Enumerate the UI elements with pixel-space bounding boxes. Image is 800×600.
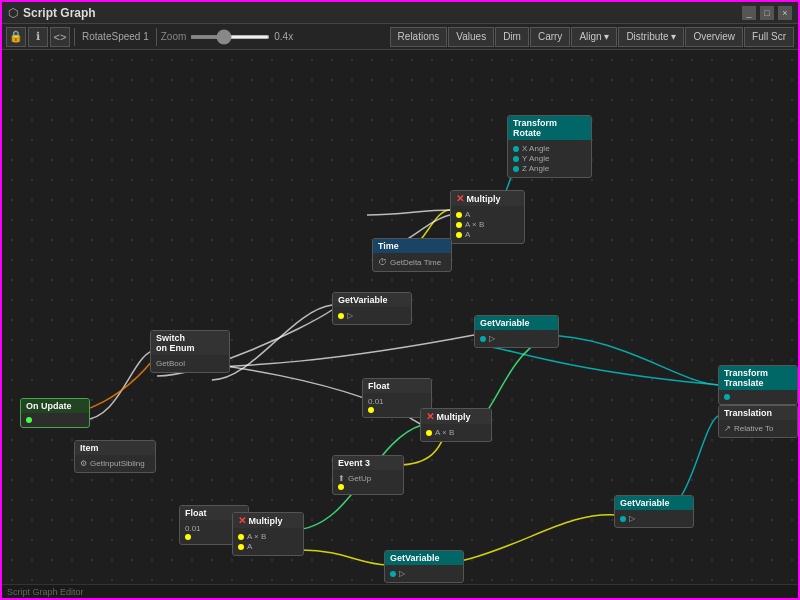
node-on-update[interactable]: On Update: [20, 398, 90, 428]
zoom-value: 0.4x: [274, 31, 293, 42]
close-button[interactable]: ×: [778, 6, 792, 20]
lock-button[interactable]: 🔒: [6, 27, 26, 47]
node-header-getup: Event 3: [333, 456, 403, 470]
status-bar: Script Graph Editor: [2, 584, 798, 598]
maximize-button[interactable]: □: [760, 6, 774, 20]
node-body-onupdate: [21, 413, 89, 427]
node-body-getup: ⬆GetUp: [333, 470, 403, 494]
node-time-delta[interactable]: Time ⏱GetDelta Time: [372, 238, 452, 272]
node-name-label: RotateSpeed 1: [82, 31, 149, 42]
zoom-slider[interactable]: [190, 35, 270, 39]
node-header-multiply1: ✕ Multiply: [451, 191, 524, 206]
node-body-gv1: ▷: [333, 307, 411, 324]
node-header-gv3: GetVariable: [615, 496, 693, 510]
separator-1: [74, 28, 75, 46]
minimize-button[interactable]: _: [742, 6, 756, 20]
node-body-switch: GetBool: [151, 355, 229, 372]
values-button[interactable]: Values: [448, 27, 494, 47]
node-multiply1[interactable]: ✕ Multiply A A × B A: [450, 190, 525, 244]
overview-button[interactable]: Overview: [685, 27, 743, 47]
node-multiply2[interactable]: ✕ Multiply A × B: [420, 408, 492, 442]
zoom-label: Zoom: [161, 31, 187, 42]
node-transform-rotate[interactable]: TransformRotate X Angle Y Angle Z Angle: [507, 115, 592, 178]
node-translation-relative[interactable]: Translation ↗Relative To: [718, 405, 798, 438]
node-body-sibling: ⚙GetInputSibling: [75, 455, 155, 472]
relations-button[interactable]: Relations: [390, 27, 448, 47]
node-body-time: ⏱GetDelta Time: [373, 253, 451, 271]
node-header-sibling: Item: [75, 441, 155, 455]
node-header-onupdate: On Update: [21, 399, 89, 413]
node-header-transform-rotate: TransformRotate: [508, 116, 591, 140]
node-body-relative: ↗Relative To: [719, 420, 797, 437]
node-multiply3[interactable]: ✕ Multiply A × B A: [232, 512, 304, 556]
align-button[interactable]: Align ▾: [571, 27, 617, 47]
dim-button[interactable]: Dim: [495, 27, 529, 47]
title-text: Script Graph: [23, 6, 96, 20]
info-button[interactable]: ℹ: [28, 27, 48, 47]
node-body-multiply1: A A × B A: [451, 206, 524, 243]
title-bar: ⬡ Script Graph _ □ ×: [2, 2, 798, 24]
separator-2: [156, 28, 157, 46]
node-getvariable2[interactable]: GetVariable ▷: [474, 315, 559, 348]
node-getvariable1[interactable]: GetVariable ▷: [332, 292, 412, 325]
node-getvariable3[interactable]: GetVariable ▷: [614, 495, 694, 528]
node-header-gv2: GetVariable: [475, 316, 558, 330]
node-header-multiply2: ✕ Multiply: [421, 409, 491, 424]
node-header-translate: TransformTranslate: [719, 366, 797, 390]
node-header-time: Time: [373, 239, 451, 253]
node-getinputsibling[interactable]: Item ⚙GetInputSibling: [74, 440, 156, 473]
canvas-area[interactable]: TransformRotate X Angle Y Angle Z Angle …: [2, 50, 798, 584]
node-getvariable4[interactable]: GetVariable ▷: [384, 550, 464, 583]
toolbar: 🔒 ℹ <> RotateSpeed 1 Zoom 0.4x Relations…: [2, 24, 798, 50]
node-header-float1: Float: [363, 379, 431, 393]
app-window: ⬡ Script Graph _ □ × 🔒 ℹ <> RotateSpeed …: [0, 0, 800, 600]
status-text: Script Graph Editor: [7, 587, 84, 597]
nav-buttons: Relations Values Dim Carry Align ▾ Distr…: [390, 27, 794, 47]
fullscreen-button[interactable]: Full Scr: [744, 27, 794, 47]
node-body-gv4: ▷: [385, 565, 463, 582]
node-body-gv2: ▷: [475, 330, 558, 347]
node-header-multiply3: ✕ Multiply: [233, 513, 303, 528]
distribute-button[interactable]: Distribute ▾: [618, 27, 684, 47]
carry-button[interactable]: Carry: [530, 27, 570, 47]
node-header-gv4: GetVariable: [385, 551, 463, 565]
node-header-relative: Translation: [719, 406, 797, 420]
code-button[interactable]: <>: [50, 27, 70, 47]
node-body-gv3: ▷: [615, 510, 693, 527]
node-event3-getup[interactable]: Event 3 ⬆GetUp: [332, 455, 404, 495]
zoom-container: Zoom 0.4x: [161, 31, 293, 42]
node-transform-translate[interactable]: TransformTranslate: [718, 365, 798, 405]
node-body-translate: [719, 390, 797, 404]
node-header-gv1: GetVariable: [333, 293, 411, 307]
node-body-multiply3: A × B A: [233, 528, 303, 555]
node-body-multiply2: A × B: [421, 424, 491, 441]
node-switch-enum[interactable]: Switchon Enum GetBool: [150, 330, 230, 373]
window-controls: _ □ ×: [742, 6, 792, 20]
node-header-switch: Switchon Enum: [151, 331, 229, 355]
node-body-transform-rotate: X Angle Y Angle Z Angle: [508, 140, 591, 177]
app-icon: ⬡: [8, 6, 18, 20]
